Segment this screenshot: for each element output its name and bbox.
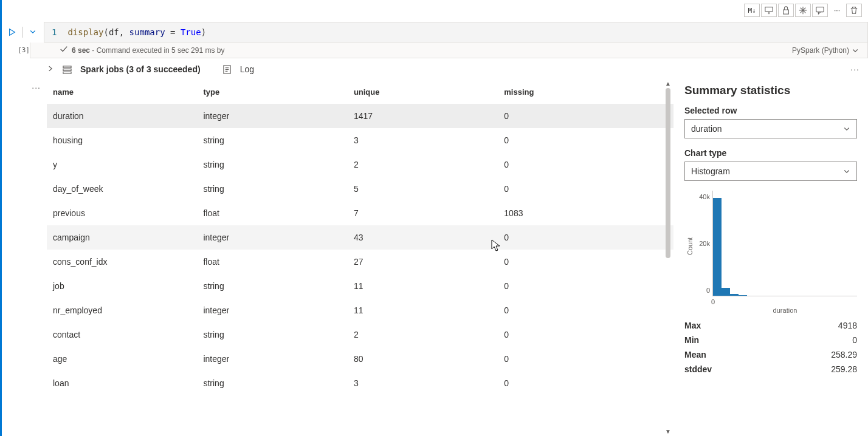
- table-row[interactable]: previousfloat71083: [47, 201, 673, 225]
- table-row[interactable]: jobstring110: [47, 274, 673, 298]
- table-cell: integer: [197, 225, 347, 250]
- chevron-down-icon: [852, 47, 859, 54]
- table-cell: 11: [348, 298, 498, 322]
- comment-button[interactable]: [812, 4, 828, 17]
- code-cell: 1 display(df, summary = True): [5, 19, 868, 43]
- histogram-chart: 40k 20k 0 Count 0 duration duration: [684, 191, 857, 312]
- output-more-button[interactable]: ···: [850, 64, 859, 74]
- table-cell: 0: [498, 128, 673, 152]
- table-cell: string: [197, 177, 347, 201]
- table-cell: job: [47, 274, 197, 298]
- svg-marker-9: [10, 29, 15, 36]
- more-actions-button[interactable]: ···: [829, 4, 845, 17]
- stat-label: Mean: [684, 350, 706, 359]
- column-header[interactable]: type: [197, 80, 347, 104]
- add-below-icon: [765, 6, 773, 15]
- summary-statistics-panel: Summary statistics Selected row duration…: [673, 80, 868, 436]
- table-cell: string: [197, 322, 347, 347]
- table-row[interactable]: cons_conf_idxfloat270: [47, 250, 673, 274]
- delete-cell-button[interactable]: [846, 4, 862, 17]
- chart-type-dropdown[interactable]: Histogram: [684, 162, 857, 181]
- stat-value: 0: [852, 335, 857, 345]
- cell-index: [3]: [5, 43, 30, 58]
- table-cell: 0: [498, 298, 673, 322]
- stat-label: Max: [684, 321, 701, 330]
- table-cell: contact: [47, 322, 197, 347]
- chevron-down-icon: [843, 168, 850, 175]
- code-editor[interactable]: 1 display(df, summary = True): [44, 22, 868, 43]
- scroll-down-button[interactable]: ▼: [665, 428, 671, 435]
- table-cell: loan: [47, 371, 197, 395]
- scrollbar-thumb[interactable]: [666, 88, 670, 258]
- table-cell: 1417: [348, 104, 498, 128]
- freeze-button[interactable]: [795, 4, 811, 17]
- table-cell: 0: [498, 347, 673, 371]
- table-cell: 0: [498, 225, 673, 250]
- log-icon: [222, 65, 232, 74]
- stat-value: 258.29: [831, 350, 857, 359]
- xtick: 0: [711, 298, 715, 305]
- check-icon: [60, 45, 68, 55]
- log-link[interactable]: Log: [240, 64, 254, 74]
- spark-jobs-icon: [63, 65, 72, 74]
- scroll-up-button[interactable]: ▲: [665, 80, 671, 87]
- table-cell: string: [197, 371, 347, 395]
- chart-type-label: Chart type: [684, 148, 857, 158]
- table-row[interactable]: campaigninteger430: [47, 225, 673, 250]
- run-options-button[interactable]: [29, 28, 38, 36]
- table-row[interactable]: contactstring20: [47, 322, 673, 347]
- expand-jobs-button[interactable]: [47, 65, 54, 74]
- lock-icon: [782, 6, 790, 15]
- comment-icon: [816, 6, 824, 15]
- table-cell: 0: [498, 104, 673, 128]
- lock-button[interactable]: [778, 4, 794, 17]
- selected-row-label: Selected row: [684, 106, 857, 115]
- stat-value: 259.28: [831, 364, 857, 374]
- add-cell-below-button[interactable]: [761, 4, 777, 17]
- table-row[interactable]: loanstring30: [47, 371, 673, 395]
- table-row[interactable]: nr_employedinteger110: [47, 298, 673, 322]
- table-row[interactable]: day_of_weekstring50: [47, 177, 673, 201]
- markdown-toggle-button[interactable]: M↓: [744, 4, 760, 17]
- panel-title: Summary statistics: [684, 84, 857, 97]
- table-cell: integer: [197, 298, 347, 322]
- spark-jobs-label[interactable]: Spark jobs (3 of 3 succeeded): [80, 64, 201, 74]
- table-cell: 5: [348, 177, 498, 201]
- table-row[interactable]: ageinteger800: [47, 347, 673, 371]
- chevron-right-icon: [47, 65, 54, 72]
- column-header[interactable]: unique: [348, 80, 498, 104]
- stat-label: stddev: [684, 364, 712, 374]
- output-options-button[interactable]: ···: [32, 83, 41, 92]
- svg-rect-10: [63, 66, 71, 67]
- table-cell: 1083: [498, 201, 673, 225]
- table-cell: string: [197, 274, 347, 298]
- histogram-bar: [739, 295, 747, 296]
- y-axis-label: Count: [686, 237, 694, 255]
- language-selector[interactable]: PySpark (Python): [792, 46, 859, 55]
- table-cell: 0: [498, 152, 673, 177]
- table-cell: 0: [498, 274, 673, 298]
- svg-rect-11: [63, 69, 71, 70]
- table-cell: campaign: [47, 225, 197, 250]
- table-cell: 80: [348, 347, 498, 371]
- svg-rect-3: [784, 10, 789, 14]
- table-row[interactable]: housingstring30: [47, 128, 673, 152]
- stat-row: stddev259.28: [684, 362, 857, 376]
- table-cell: integer: [197, 347, 347, 371]
- table-cell: 11: [348, 274, 498, 298]
- column-header[interactable]: name: [47, 80, 197, 104]
- svg-rect-12: [63, 72, 71, 73]
- run-cell-button[interactable]: [8, 28, 16, 36]
- stat-row: Min0: [684, 333, 857, 347]
- svg-rect-8: [816, 7, 824, 12]
- table-cell: housing: [47, 128, 197, 152]
- selected-row-dropdown[interactable]: duration: [684, 119, 857, 138]
- stat-row: Max4918: [684, 318, 857, 333]
- table-row[interactable]: ystring20: [47, 152, 673, 177]
- table-cell: 7: [348, 201, 498, 225]
- code-text: display(df, summary = True): [67, 27, 206, 37]
- column-header[interactable]: missing: [498, 80, 673, 104]
- table-cell: 3: [348, 371, 498, 395]
- table-cell: float: [197, 201, 347, 225]
- table-row[interactable]: durationinteger14170: [47, 104, 673, 128]
